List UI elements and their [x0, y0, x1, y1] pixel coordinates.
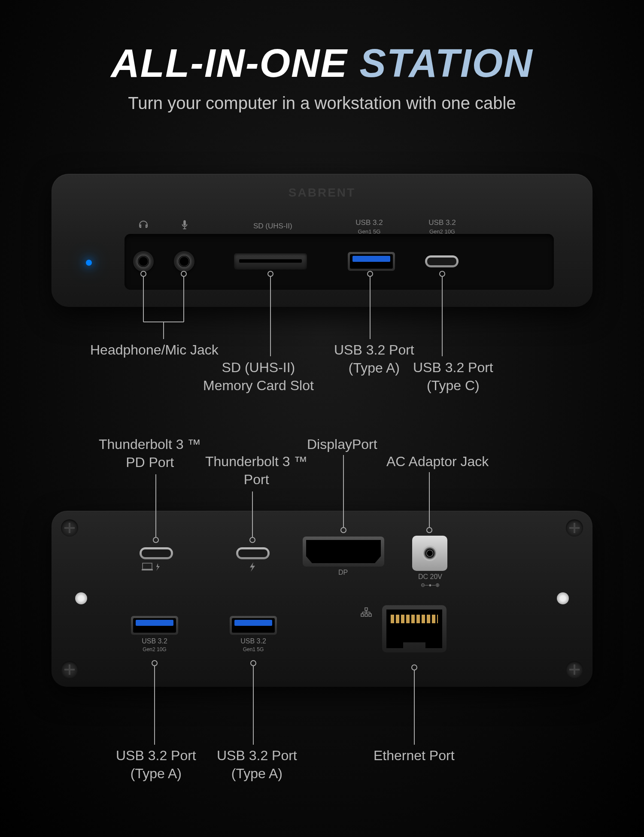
thunderbolt-port [236, 547, 270, 559]
screw-icon [566, 661, 583, 678]
headphone-jack [133, 251, 154, 272]
title-part-1: ALL-IN-ONE [111, 41, 347, 85]
power-led [86, 260, 92, 266]
screw-icon [61, 519, 78, 537]
screw-icon [61, 661, 78, 678]
back-usb-a-2 [230, 616, 277, 635]
front-usb-c-port [425, 255, 459, 267]
usb-c-label: USB 3.2 Gen2 10G [425, 218, 459, 236]
callout-tb-pd: Thunderbolt 3 ™ PD Port [99, 436, 201, 471]
callout-tb: Thunderbolt 3 ™ Port [205, 453, 307, 488]
title-part-2: STATION [359, 41, 533, 85]
callout-eth: Ethernet Port [374, 747, 455, 765]
svg-rect-3 [143, 563, 152, 569]
sd-card-slot [234, 253, 307, 270]
ethernet-icon [361, 607, 372, 619]
svg-rect-4 [142, 569, 153, 570]
screw-icon [566, 519, 583, 537]
dp-label: DP [338, 569, 348, 576]
thunderbolt-pd-port [140, 547, 173, 559]
callout-usb-a: USB 3.2 Port (Type A) [334, 341, 414, 377]
headphone-icon [138, 220, 149, 233]
main-title: ALL-IN-ONE STATION [0, 0, 644, 86]
thunderbolt-icon [249, 562, 256, 574]
callout-back-usb-a1: USB 3.2 Port (Type A) [116, 747, 196, 782]
callout-usb-c: USB 3.2 Port (Type C) [413, 359, 493, 394]
svg-rect-8 [369, 614, 371, 616]
mic-jack [174, 251, 194, 272]
callout-dp: DisplayPort [307, 436, 377, 454]
callout-back-usb-a2: USB 3.2 Port (Type A) [217, 747, 297, 782]
callout-ac: AC Adaptor Jack [386, 453, 489, 471]
usb-a-label: USB 3.2 Gen1 5G [352, 218, 386, 236]
mount-dot [75, 592, 87, 604]
sd-label: SD (UHS-II) [253, 222, 292, 230]
svg-rect-7 [365, 614, 368, 616]
callout-lines [0, 0, 644, 837]
svg-rect-5 [365, 608, 368, 610]
laptop-thunderbolt-icon [142, 562, 163, 574]
back-usb-a-1 [131, 616, 178, 635]
callout-audio: Headphone/Mic Jack [90, 341, 219, 359]
front-usb-a-port [348, 252, 395, 271]
subtitle: Turn your computer in a workstation with… [0, 94, 644, 113]
back-usb-a-2-label: USB 3.2 Gen1 5G [236, 637, 270, 653]
mount-dot [557, 592, 569, 604]
callout-sd: SD (UHS-II) Memory Card Slot [203, 359, 314, 394]
dc-label: DC 20V ⊖─●─⊕ [416, 573, 444, 589]
front-panel: SABRENT SD (UHS-II) USB 3.2 Gen1 5G USB … [52, 174, 592, 307]
back-panel: DP DC 20V ⊖─●─⊕ USB 3.2 Gen2 10G USB 3.2… [52, 511, 592, 687]
front-port-strip [125, 234, 554, 290]
displayport [303, 537, 384, 567]
ethernet-port [382, 605, 447, 652]
mic-icon [180, 219, 189, 233]
back-usb-a-1-label: USB 3.2 Gen2 10G [137, 637, 172, 653]
dc-jack [412, 536, 447, 571]
svg-rect-0 [183, 220, 186, 226]
svg-rect-6 [361, 614, 364, 616]
brand-logo: SABRENT [289, 186, 355, 200]
